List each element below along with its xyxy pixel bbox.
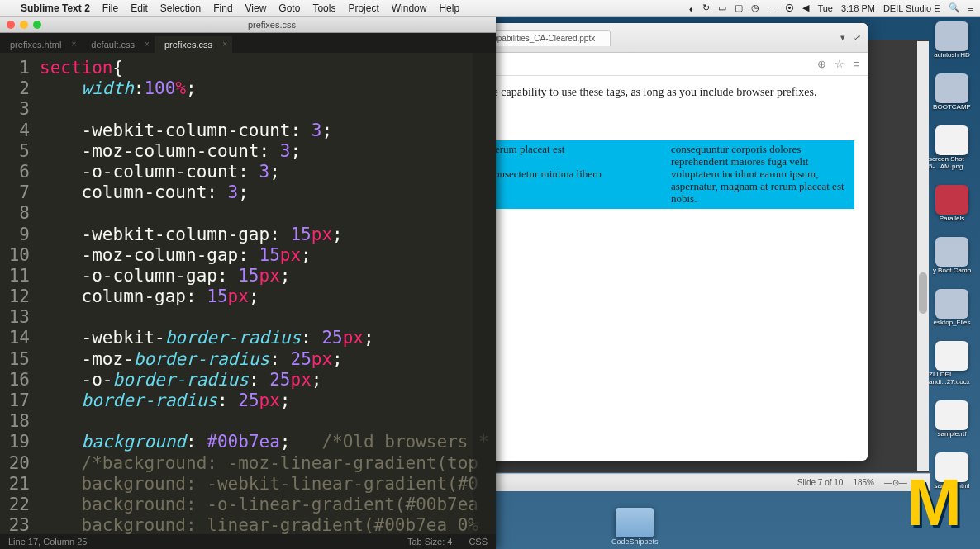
desktop-icons: acintosh HDBOOTCAMPscreen Shot 5-...AM.p… <box>929 21 975 490</box>
drive-icon <box>935 185 968 215</box>
folder-icon[interactable] <box>616 508 654 537</box>
editor-tab[interactable]: default.css× <box>81 36 155 53</box>
code-line[interactable]: -moz-column-gap: 15px; <box>40 245 496 266</box>
code-line[interactable] <box>40 411 496 432</box>
dock-label: CodeSnippets <box>611 537 659 546</box>
app-name[interactable]: Sublime Text 2 <box>21 2 90 14</box>
menu-help[interactable]: Help <box>439 2 459 14</box>
code-line[interactable]: -webkit-border-radius: 25px; <box>40 328 496 348</box>
code-area[interactable]: section{ width:100%; -webkit-column-coun… <box>36 53 496 534</box>
desktop-icon[interactable]: esktop_Files <box>929 289 975 326</box>
editor-tab[interactable]: prefixes.html× <box>0 36 81 53</box>
code-line[interactable] <box>40 203 496 224</box>
code-line[interactable] <box>40 99 496 120</box>
notification-icon[interactable]: ≡ <box>968 3 973 13</box>
code-line[interactable]: border-radius: 25px; <box>40 390 496 411</box>
dropbox-icon[interactable]: ⬧ <box>688 3 694 13</box>
window-minimize-icon[interactable] <box>20 21 28 29</box>
menubar-user[interactable]: DEIL Studio E <box>883 3 940 13</box>
menu-view[interactable]: View <box>245 2 267 14</box>
desktop-icon-label: acintosh HD <box>934 51 970 59</box>
desktop-icon[interactable]: sample.rtf <box>929 400 975 438</box>
menubar-day: Tue <box>817 3 833 13</box>
desktop-icon-label: screen Shot 5-...AM.png <box>929 155 975 170</box>
code-editor[interactable]: 123456789101112131415161718192021222324 … <box>0 53 496 534</box>
airplay-icon[interactable]: ▢ <box>735 2 743 13</box>
zoom-icon[interactable]: ⊕ <box>817 58 826 70</box>
status-lang[interactable]: CSS <box>469 537 488 547</box>
dock-folder[interactable]: CodeSnippets <box>611 508 659 546</box>
code-line[interactable]: column-gap: 15px; <box>40 286 496 307</box>
content-heading: t <box>476 114 854 135</box>
code-line[interactable]: -moz-border-radius: 25px; <box>40 349 496 370</box>
desktop-icon[interactable]: Parallels <box>929 185 975 222</box>
drive-icon <box>935 289 968 319</box>
star-icon[interactable]: ☆ <box>835 58 844 70</box>
tab-close-icon[interactable]: × <box>72 40 77 49</box>
bluetooth-icon[interactable]: ⋯ <box>768 2 777 13</box>
code-line[interactable]: -moz-column-count: 3; <box>40 141 496 162</box>
code-line[interactable]: section{ <box>40 58 496 78</box>
desktop-icon-label: BOOTCAMP <box>933 103 971 111</box>
powerpoint-scrollbar[interactable] <box>917 41 929 471</box>
code-line[interactable]: width:100%; <box>40 78 496 99</box>
code-line[interactable]: background: -o-linear-gradient(#00b7ea <box>40 495 496 515</box>
drive-icon <box>935 73 968 103</box>
code-line[interactable]: -o-column-count: 3; <box>40 162 496 182</box>
menu-goto[interactable]: Goto <box>278 2 300 14</box>
menu-find[interactable]: Find <box>213 2 232 14</box>
display-icon[interactable]: ▭ <box>718 2 726 13</box>
drive-icon <box>935 237 968 267</box>
hamburger-icon[interactable]: ≡ <box>853 58 859 70</box>
content-paragraph: e the capability to use these tags, as l… <box>476 86 854 99</box>
sync-icon[interactable]: ↻ <box>702 2 710 13</box>
desktop-icon-label: esktop_Files <box>934 319 971 326</box>
col1-text-b: t, consectetur minima libero <box>481 168 602 180</box>
spotlight-icon[interactable]: 🔍 <box>949 2 960 13</box>
desktop-icon[interactable]: screen Shot 5-...AM.png <box>929 125 975 170</box>
window-zoom-icon[interactable] <box>33 21 41 29</box>
code-line[interactable]: -webkit-column-gap: 15px; <box>40 225 496 245</box>
code-line[interactable]: /*background: -moz-linear-gradient(top <box>40 453 496 474</box>
code-line[interactable] <box>40 307 496 328</box>
volume-icon[interactable]: ◀ <box>802 2 809 13</box>
drive-icon <box>935 341 968 371</box>
clock-icon[interactable]: ◷ <box>751 2 759 13</box>
tab-close-icon[interactable]: × <box>145 40 150 49</box>
menu-project[interactable]: Project <box>348 2 378 14</box>
code-line[interactable]: -webkit-column-count: 3; <box>40 121 496 141</box>
desktop-icon-label: sample.rtf <box>937 430 966 438</box>
menu-window[interactable]: Window <box>392 2 427 14</box>
desktop-icon[interactable]: acintosh HD <box>929 21 975 59</box>
ppt-zoom[interactable]: 185% <box>853 478 874 487</box>
desktop-icon[interactable]: y Boot Camp <box>929 237 975 274</box>
code-line[interactable]: background: #00b7ea; /*Old browsers * <box>40 432 496 452</box>
window-close-icon[interactable] <box>7 21 15 29</box>
tab-close-icon[interactable]: × <box>222 40 227 49</box>
safari-window: Capabilities_CA-Cleared.pptx ▾ ⤢ ⊕ ☆ ≡ e… <box>463 23 868 461</box>
status-tabsize[interactable]: Tab Size: 4 <box>407 537 452 547</box>
status-cursor: Line 17, Column 25 <box>8 537 87 547</box>
ppt-zoom-slider[interactable]: —⊙— <box>884 478 907 487</box>
menu-edit[interactable]: Edit <box>131 2 148 14</box>
browser-content: e the capability to use these tags, as l… <box>463 76 868 461</box>
desktop-icon[interactable]: ZLI DEI andi...27.docx <box>929 341 975 386</box>
code-line[interactable]: background: -webkit-linear-gradient(#0 <box>40 474 496 495</box>
browser-expand-icon[interactable]: ⤢ <box>854 32 861 43</box>
code-line[interactable]: -o-border-radius: 25px; <box>40 370 496 390</box>
code-line[interactable]: background: linear-gradient(#00b7ea 0% <box>40 515 496 534</box>
editor-tab[interactable]: prefixes.css× <box>155 36 232 53</box>
menu-tools[interactable]: Tools <box>312 2 335 14</box>
code-line[interactable]: -o-column-gap: 15px; <box>40 266 496 286</box>
menu-file[interactable]: File <box>102 2 118 14</box>
drive-icon <box>935 125 968 155</box>
browser-minimize-icon[interactable]: ▾ <box>840 32 845 43</box>
michigan-logo: M <box>906 465 955 541</box>
sublime-window: prefixes.css prefixes.html×default.css×p… <box>0 17 496 549</box>
code-line[interactable]: column-count: 3; <box>40 182 496 203</box>
menu-selection[interactable]: Selection <box>160 2 201 14</box>
wifi-icon[interactable]: ⦿ <box>785 3 794 13</box>
browser-tabbar: Capabilities_CA-Cleared.pptx ▾ ⤢ <box>463 23 868 53</box>
minimap[interactable] <box>473 53 496 534</box>
desktop-icon[interactable]: BOOTCAMP <box>929 73 975 111</box>
